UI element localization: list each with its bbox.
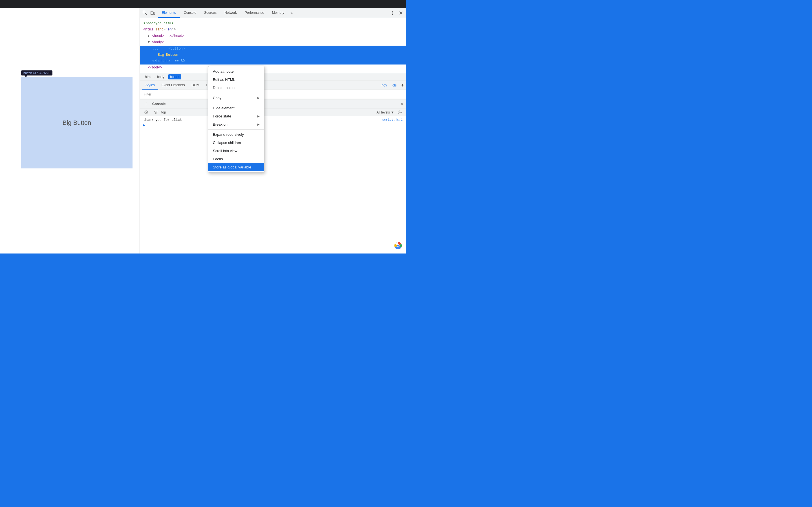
tree-line-head[interactable]: ▶ <head>...</head> [140,33,406,39]
context-menu-item[interactable]: Collapse children [208,138,264,147]
tree-line-doctype[interactable]: <!doctype html> [140,20,406,26]
filter-input[interactable] [142,93,404,96]
tab-performance[interactable]: Performance [241,8,268,18]
console-drag-handle [142,100,150,108]
breadcrumb-button[interactable]: button [168,74,181,79]
cls-button[interactable]: .cls [392,83,397,87]
svg-point-4 [392,11,393,11]
breadcrumb-body[interactable]: body [155,74,166,79]
context-menu-item[interactable]: Add attribute [208,67,264,75]
console-toolbar: Console ✕ [140,100,406,108]
devtools-end-icons [389,9,405,17]
svg-point-6 [392,14,393,15]
submenu-arrow-icon: ▶ [257,123,260,126]
console-context-selector[interactable]: top [161,110,166,114]
device-toolbar-icon[interactable] [149,9,157,17]
context-menu-item[interactable]: Copy▶ [208,94,264,102]
tree-line-body-close[interactable]: </body> [140,64,406,71]
console-close-button[interactable]: ✕ [400,101,404,107]
submenu-arrow-icon: ▶ [257,115,260,118]
context-menu-item[interactable]: Delete element [208,83,264,92]
tab-elements[interactable]: Elements [158,8,180,18]
console-levels-selector[interactable]: All levels ▼ [376,110,394,114]
context-menu-item[interactable]: Focus [208,155,264,163]
svg-rect-2 [151,11,153,15]
svg-line-1 [145,13,147,15]
hov-button[interactable]: :hov [380,83,387,87]
tree-line-body[interactable]: ▼ <body> [140,39,406,45]
context-menu-item[interactable]: Hide element [208,104,264,112]
svg-rect-3 [153,12,155,14]
devtools-panel: Elements Console Sources Network Perform… [140,8,406,253]
console-log-entry: thank you for click script.js:2 [143,117,403,122]
svg-point-10 [146,103,147,104]
svg-point-9 [146,102,147,103]
html-tree: <!doctype html> <html lang="en"> ▶ <head… [140,18,406,73]
context-menu-item[interactable]: Edit as HTML [208,75,264,83]
svg-point-5 [392,12,393,13]
context-menu-item[interactable]: Force state▶ [208,112,264,120]
svg-line-13 [146,112,147,113]
devtools-menu-icon[interactable] [389,9,396,17]
context-menu-item[interactable]: Scroll into view [208,147,264,155]
svg-point-11 [146,105,147,105]
styles-tab-dom[interactable]: DOM [188,81,203,90]
breadcrumb-html[interactable]: html [143,74,153,79]
browser-topbar [0,0,406,8]
console-content: thank you for click script.js:2 ▶ [140,116,406,253]
inspect-icon[interactable] [141,9,149,17]
devtools-toolbar: Elements Console Sources Network Perform… [140,8,406,18]
context-menu-item[interactable]: Store as global variable [208,163,264,171]
more-tabs-button[interactable]: » [288,11,295,15]
tab-network[interactable]: Network [220,8,241,18]
chrome-icon [394,242,402,249]
styles-tab-event-listeners[interactable]: Event Listeners [158,81,188,90]
svg-point-18 [397,245,399,247]
filter-bar: Filter [140,90,406,99]
submenu-arrow-icon: ▶ [257,96,260,100]
context-menu-separator [208,93,264,93]
no-filter-icon[interactable] [152,108,160,116]
svg-marker-14 [154,111,158,114]
styles-tabs-bar: Styles Event Listeners DOM Properties Ac… [140,81,406,90]
add-style-rule-button[interactable]: + [401,83,404,88]
devtools-tabs: Elements Console Sources Network Perform… [158,8,389,18]
console-label: Console [152,102,165,106]
console-settings-icon[interactable] [396,108,404,116]
tree-line-button-text[interactable]: Big Button [140,52,406,58]
console-prompt[interactable]: ▶ [143,122,403,128]
breadcrumb-bar: html › body › button [140,73,406,81]
context-menu-item[interactable]: Expand recursively [208,130,264,138]
styles-tab-styles[interactable]: Styles [142,81,158,90]
context-menu-item[interactable]: Break on▶ [208,120,264,128]
tab-console[interactable]: Console [180,8,200,18]
context-menu: Add attributeEdit as HTMLDelete elementC… [208,66,264,173]
console-area: Console ✕ top All levels ▼ [140,99,406,253]
svg-point-15 [399,112,400,113]
clear-console-icon[interactable] [142,108,150,116]
element-tooltip: button 447.3×365.5 [21,70,52,75]
webpage-area: button 447.3×365.5 Big Button [0,8,141,253]
tree-line-html[interactable]: <html lang="en"> [140,26,406,33]
tree-line-button[interactable]: ... <button> [140,46,406,52]
tab-memory[interactable]: Memory [268,8,288,18]
tab-sources[interactable]: Sources [200,8,220,18]
big-button[interactable]: Big Button [21,77,133,168]
svg-rect-0 [143,11,145,13]
devtools-close-icon[interactable] [397,9,405,17]
console-filter-bar: top All levels ▼ [140,108,406,116]
tree-line-button-close[interactable]: </button> == $0 [140,58,406,64]
